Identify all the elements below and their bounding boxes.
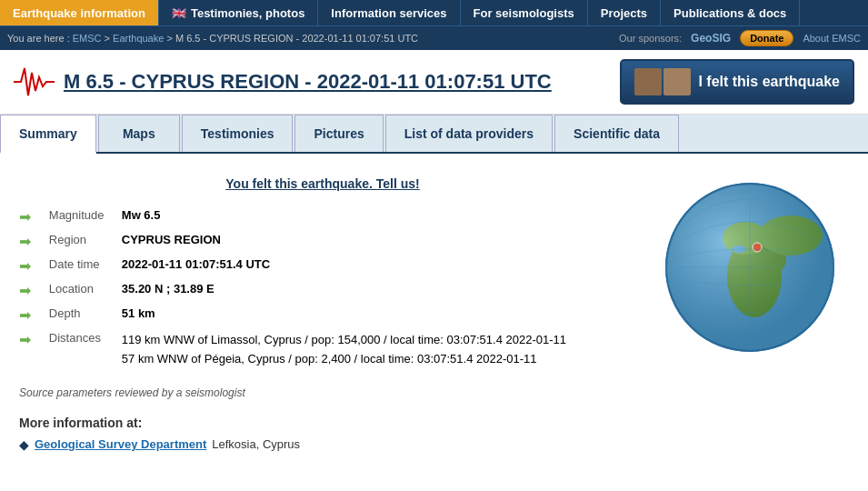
arrow-icon: ➡ [19, 332, 31, 347]
nav-label-info-services: Information services [331, 6, 446, 20]
table-row: ➡ Distances 119 km WNW of Limassol, Cypr… [14, 327, 632, 373]
more-info-section: More information at: ◆ Geological Survey… [14, 416, 632, 452]
tabs-section: Summary Maps Testimonies Pictures List o… [0, 115, 868, 154]
breadcrumb-sep1: > [105, 33, 113, 44]
sponsors-area: Our sponsors: GeoSIG Donate About EMSC [619, 30, 861, 46]
nav-label-seismologists: For seismologists [474, 6, 574, 20]
table-row: ➡ Magnitude Mw 6.5 [14, 205, 632, 229]
tab-list-data[interactable]: List of data providers [385, 115, 553, 152]
arrow-cell-datetime: ➡ [14, 254, 44, 278]
arrow-icon: ➡ [19, 258, 31, 274]
diamond-icon: ◆ [19, 437, 29, 452]
nav-label-projects: Projects [601, 6, 647, 20]
sponsors-label: Our sponsors: [619, 33, 682, 44]
felt-link-bar: You felt this earthquake. Tell us! [14, 167, 632, 205]
location-label: Location [44, 278, 116, 303]
datetime-value: 2022-01-11 01:07:51.4 UTC [116, 254, 632, 278]
nav-item-testimonies[interactable]: 🇬🇧 Testimonies, photos [159, 0, 318, 25]
table-row: ➡ Location 35.20 N ; 31.89 E [14, 278, 632, 303]
tab-pictures[interactable]: Pictures [294, 115, 383, 152]
tab-scientific-label: Scientific data [574, 126, 660, 141]
breadcrumb-prefix: You are here : [7, 33, 70, 44]
distances-value: 119 km WNW of Limassol, Cyprus / pop: 15… [116, 327, 632, 373]
breadcrumb-current: M 6.5 - CYPRUS REGION - 2022-01-11 01:07… [175, 33, 418, 44]
tab-summary[interactable]: Summary [0, 115, 96, 154]
felt-img-1 [634, 68, 662, 95]
tab-scientific[interactable]: Scientific data [554, 115, 679, 152]
earthquake-data-table: ➡ Magnitude Mw 6.5 ➡ Region CYPRUS REGIO… [14, 205, 632, 373]
nav-label-testimonies: Testimonies, photos [191, 6, 304, 20]
arrow-icon: ➡ [19, 209, 31, 225]
nav-item-seismologists[interactable]: For seismologists [461, 0, 588, 25]
donate-button[interactable]: Donate [740, 30, 793, 46]
arrow-icon: ➡ [19, 307, 31, 323]
globe-container [645, 167, 854, 358]
felt-button-label: I felt this earthquake [698, 74, 840, 90]
nav-item-projects[interactable]: Projects [588, 0, 661, 25]
felt-earthquake-button[interactable]: I felt this earthquake [620, 59, 854, 105]
region-value: CYPRUS REGION [116, 229, 632, 254]
earthquake-title[interactable]: M 6.5 - CYPRUS REGION - 2022-01-11 01:07… [64, 70, 552, 94]
depth-label: Depth [44, 303, 116, 327]
more-info-title: More information at: [19, 416, 632, 430]
uk-flag-icon: 🇬🇧 [172, 6, 186, 20]
more-info-link-row: ◆ Geological Survey Department Lefkosia,… [19, 437, 632, 452]
breadcrumb-bar: You are here : EMSC > Earthquake > M 6.5… [0, 25, 868, 50]
arrow-icon: ➡ [19, 283, 31, 298]
tab-testimonies-label: Testimonies [201, 126, 274, 141]
felt-img-2 [663, 68, 691, 95]
breadcrumb-sep2: > [166, 33, 175, 44]
nav-item-earthquake-info[interactable]: Earthquake information [0, 0, 159, 25]
arrow-cell-region: ➡ [14, 229, 44, 254]
tab-maps[interactable]: Maps [98, 115, 180, 152]
geological-survey-link[interactable]: Geological Survey Department [35, 437, 206, 451]
title-left: M 6.5 - CYPRUS REGION - 2022-01-11 01:07… [14, 59, 552, 105]
breadcrumb-emsc[interactable]: EMSC [73, 33, 102, 44]
table-row: ➡ Date time 2022-01-11 01:07:51.4 UTC [14, 254, 632, 278]
depth-value: 51 km [116, 303, 632, 327]
region-label: Region [44, 229, 116, 254]
magnitude-label: Magnitude [44, 205, 116, 229]
arrow-icon: ➡ [19, 234, 31, 249]
location-value: 35.20 N ; 31.89 E [116, 278, 632, 303]
arrow-cell-magnitude: ➡ [14, 205, 44, 229]
more-info-location: Lefkosia, Cyprus [212, 437, 300, 451]
nav-label-publications: Publications & docs [673, 6, 786, 20]
nav-item-publications[interactable]: Publications & docs [661, 0, 800, 25]
summary-content: You felt this earthquake. Tell us! ➡ Mag… [14, 167, 632, 452]
about-emsc-link[interactable]: About EMSC [803, 33, 861, 44]
top-navigation: Earthquake information 🇬🇧 Testimonies, p… [0, 0, 868, 25]
seismograph-icon [14, 59, 55, 105]
nav-item-info-services[interactable]: Information services [318, 0, 460, 25]
arrow-cell-depth: ➡ [14, 303, 44, 327]
magnitude-value: Mw 6.5 [116, 205, 632, 229]
table-row: ➡ Depth 51 km [14, 303, 632, 327]
tab-summary-label: Summary [19, 126, 77, 141]
felt-earthquake-link[interactable]: You felt this earthquake. Tell us! [225, 176, 419, 191]
content-area: You felt this earthquake. Tell us! ➡ Mag… [0, 154, 868, 466]
globe-visualization [659, 176, 841, 358]
nav-label-earthquake-info: Earthquake information [13, 6, 145, 20]
breadcrumb: You are here : EMSC > Earthquake > M 6.5… [7, 33, 418, 44]
distances-label: Distances [44, 327, 116, 373]
globe-panel [645, 167, 854, 452]
tab-maps-label: Maps [123, 126, 155, 141]
geosig-link[interactable]: GeoSIG [691, 32, 731, 45]
table-row: ➡ Region CYPRUS REGION [14, 229, 632, 254]
breadcrumb-earthquake[interactable]: Earthquake [113, 33, 164, 44]
tab-testimonies[interactable]: Testimonies [182, 115, 294, 152]
tab-pictures-label: Pictures [314, 126, 364, 141]
tab-list-data-label: List of data providers [404, 126, 534, 141]
arrow-cell-location: ➡ [14, 278, 44, 303]
datetime-label: Date time [44, 254, 116, 278]
title-section: M 6.5 - CYPRUS REGION - 2022-01-11 01:07… [0, 50, 868, 115]
source-note: Source parameters reviewed by a seismolo… [14, 386, 632, 399]
arrow-cell-distances: ➡ [14, 327, 44, 373]
felt-button-images [634, 68, 691, 95]
